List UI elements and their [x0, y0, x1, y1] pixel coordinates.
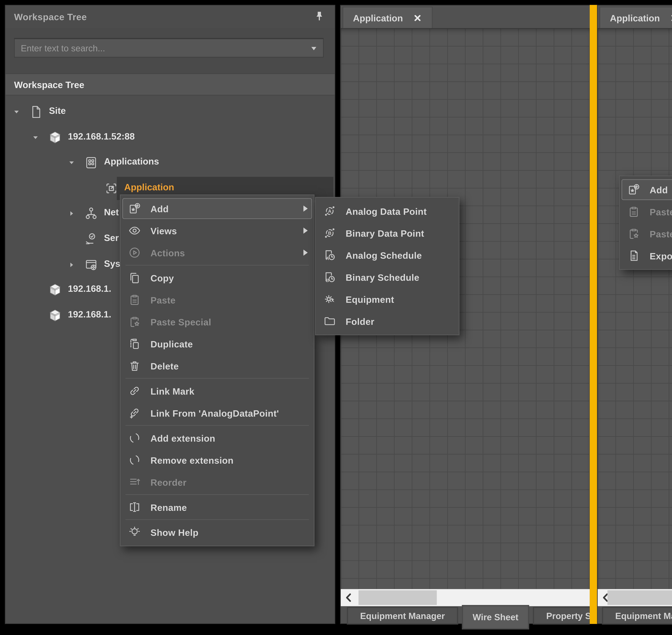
menu-item-folder[interactable]: Folder	[316, 310, 459, 332]
menu-item-label: Link Mark	[151, 386, 194, 396]
scrollbar-thumb[interactable]	[607, 590, 672, 605]
menu-item-binary-schedule[interactable]: BBinary Schedule	[316, 266, 459, 288]
duplicate-icon	[128, 337, 141, 350]
menu-item-label: Link From 'AnalogDataPoint'	[151, 408, 279, 418]
menu-item-duplicate[interactable]: Duplicate	[121, 333, 314, 355]
scrollbar-thumb[interactable]	[359, 590, 437, 605]
menu-item-label: Equipment	[346, 294, 394, 304]
canvas-context-menu: AddPastePaste SpecialExport/Print	[619, 176, 672, 270]
bottom-tab-label: Property Sheet	[546, 611, 590, 621]
add-icon	[128, 202, 141, 215]
export-print-icon	[627, 249, 641, 262]
bottom-tab-label: Equipment Manager	[615, 611, 672, 621]
menu-item-link-mark[interactable]: Link Mark	[121, 380, 314, 402]
rename-icon	[128, 500, 141, 514]
bottom-tab-equipment-manager[interactable]: Equipment Manager	[602, 607, 672, 625]
application-icon	[104, 181, 119, 196]
menu-item-export-print[interactable]: Export/Print	[620, 245, 672, 267]
search-area	[5, 28, 335, 74]
link-from-icon	[128, 406, 141, 420]
menu-item-label: Rename	[151, 502, 187, 512]
views-icon	[128, 224, 141, 237]
system-icon	[84, 258, 99, 272]
menu-item-actions: Actions	[121, 242, 314, 264]
tree-item-site[interactable]: Site	[5, 99, 335, 125]
right-tabbar: Application	[598, 5, 672, 29]
collapse-arrow-icon[interactable]	[31, 133, 40, 142]
bottom-tab-property-sheet[interactable]: Property Sheet	[533, 607, 590, 625]
horizontal-scrollbar-center[interactable]	[341, 589, 590, 606]
scroll-left-icon[interactable]	[343, 591, 355, 604]
expand-arrow-icon[interactable]	[67, 261, 76, 269]
menu-item-link-from-analogdatapoint-[interactable]: Link From 'AnalogDataPoint'	[121, 402, 314, 424]
search-input[interactable]	[15, 43, 308, 53]
close-icon[interactable]	[670, 13, 672, 22]
menu-item-label: Folder	[346, 316, 374, 326]
menu-item-show-help[interactable]: Show Help	[121, 521, 314, 543]
menu-item-add[interactable]: Add	[620, 179, 672, 201]
right-editor-panel: Application Equipment ManagerWire SheetP…	[597, 5, 672, 624]
tree-item-label: 192.168.1.52:88	[68, 131, 135, 141]
svg-text:B: B	[326, 278, 329, 283]
add-submenu: AAnalog Data PointBBinary Data PointAAna…	[315, 197, 459, 335]
menu-item-label: Add extension	[151, 433, 215, 443]
submenu-arrow-icon	[303, 249, 308, 256]
menu-item-delete[interactable]: Delete	[121, 355, 314, 377]
tree-item-label: Applications	[104, 156, 159, 167]
wire-sheet-canvas-right[interactable]	[598, 28, 672, 589]
extension-icon	[128, 453, 141, 467]
copy-icon	[128, 271, 141, 284]
menu-item-binary-data-point[interactable]: BBinary Data Point	[316, 222, 459, 244]
applications-icon	[84, 155, 99, 170]
menu-item-label: Duplicate	[151, 338, 193, 349]
expand-arrow-icon[interactable]	[67, 209, 76, 218]
menu-separator	[125, 494, 309, 495]
menu-item-label: Add	[650, 184, 668, 195]
menu-item-views[interactable]: Views	[121, 220, 314, 242]
horizontal-scrollbar-right[interactable]	[598, 589, 672, 606]
menu-item-paste: Paste	[121, 289, 314, 311]
collapse-arrow-icon[interactable]	[67, 158, 76, 167]
paste-icon	[627, 205, 641, 218]
menu-item-copy[interactable]: Copy	[121, 267, 314, 289]
reorder-icon	[128, 475, 141, 489]
menu-item-label: Delete	[151, 360, 179, 371]
menu-item-rename[interactable]: Rename	[121, 496, 314, 518]
chevron-down-icon[interactable]	[308, 42, 319, 53]
binary-point-icon: B	[323, 226, 337, 240]
tree-item-label: 192.168.1.	[68, 283, 111, 293]
menu-separator	[125, 378, 309, 379]
menu-item-remove-extension[interactable]: Remove extension	[121, 449, 314, 471]
tree-item-192-168-1-52-88[interactable]: 192.168.1.52:88	[5, 125, 335, 151]
bottom-tab-equipment-manager[interactable]: Equipment Manager	[347, 607, 458, 625]
collapse-arrow-icon[interactable]	[12, 108, 21, 116]
menu-item-analog-schedule[interactable]: AAnalog Schedule	[316, 244, 459, 266]
help-icon	[128, 525, 141, 539]
close-icon[interactable]	[413, 13, 422, 22]
pin-icon[interactable]	[312, 10, 326, 23]
add-icon	[627, 183, 641, 196]
menu-item-label: Binary Data Point	[346, 228, 424, 238]
network-icon	[84, 206, 99, 221]
tree-context-menu: AddViewsActionsCopyPastePaste SpecialDup…	[120, 195, 315, 546]
panel-splitter[interactable]	[590, 5, 597, 624]
tab-application-right[interactable]: Application	[600, 7, 672, 28]
menu-item-add-extension[interactable]: Add extension	[121, 427, 314, 449]
menu-item-paste-special: Paste Special	[121, 311, 314, 333]
tree-item-label: 192.168.1.	[68, 309, 111, 319]
menu-item-equipment[interactable]: Equipment	[316, 288, 459, 310]
device-cube-icon	[48, 130, 62, 145]
paste-icon	[128, 293, 141, 306]
tree-item-label: Site	[49, 105, 66, 115]
menu-separator	[125, 265, 309, 266]
paste-special-icon	[128, 315, 141, 328]
menu-item-add[interactable]: Add	[121, 198, 314, 220]
menu-item-label: Remove extension	[151, 455, 234, 465]
tab-application-center[interactable]: Application	[343, 7, 432, 28]
menu-item-analog-data-point[interactable]: AAnalog Data Point	[316, 200, 459, 222]
bottom-tab-wire-sheet[interactable]: Wire Sheet	[462, 605, 529, 630]
svg-text:A: A	[328, 209, 331, 214]
svg-text:B: B	[328, 231, 331, 236]
tree-item-applications[interactable]: Applications	[5, 150, 335, 176]
menu-item-label: Reorder	[151, 477, 187, 487]
